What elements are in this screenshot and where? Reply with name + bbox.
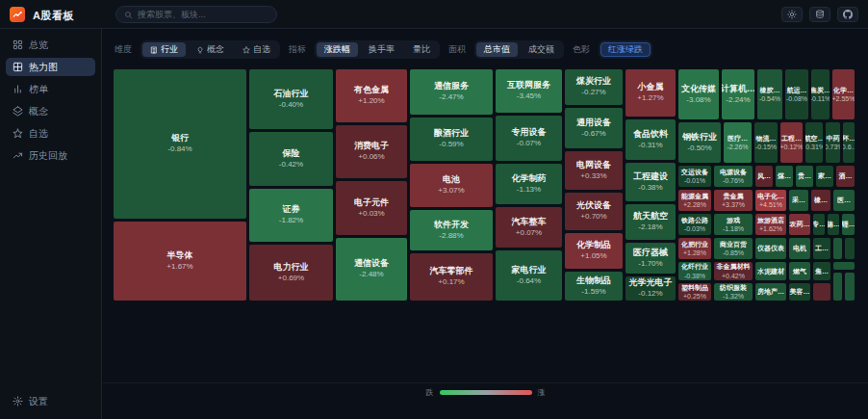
treemap-cell[interactable]: 化学制品+1.05% bbox=[565, 233, 623, 269]
treemap-cell[interactable]: 银行-0.84% bbox=[114, 69, 246, 219]
sidebar-item-concept[interactable]: 概念 bbox=[6, 102, 95, 120]
treemap-cell[interactable]: 工… bbox=[813, 238, 830, 259]
filter-option[interactable]: 红涨绿跌 bbox=[600, 42, 651, 57]
treemap-cell[interactable]: 采… bbox=[789, 190, 808, 211]
treemap-cell[interactable]: 塑料制品+0.25% bbox=[678, 283, 711, 301]
treemap-cell[interactable]: 电池+3.07% bbox=[410, 164, 493, 207]
treemap-cell[interactable] bbox=[833, 273, 842, 301]
treemap-cell[interactable]: 房地产… bbox=[755, 283, 786, 301]
treemap-cell[interactable]: 电子化…+4.51% bbox=[755, 190, 786, 211]
treemap-cell[interactable] bbox=[833, 238, 842, 259]
treemap-cell[interactable] bbox=[813, 283, 830, 301]
treemap-cell[interactable]: 酒… bbox=[836, 166, 855, 187]
treemap-cell[interactable]: 计算机…-2.24% bbox=[722, 69, 754, 119]
treemap-cell[interactable]: 工程…+0.12% bbox=[780, 122, 803, 163]
treemap-cell[interactable]: 专… bbox=[813, 214, 825, 235]
treemap-cell[interactable]: 软件开发-2.88% bbox=[410, 210, 493, 250]
treemap-cell[interactable]: 游戏-1.18% bbox=[714, 214, 753, 235]
treemap-cell[interactable]: 医疗器械-1.70% bbox=[625, 243, 676, 274]
treemap-cell[interactable]: 农药… bbox=[789, 214, 810, 235]
treemap-cell[interactable]: 贵… bbox=[796, 166, 813, 187]
treemap-cell[interactable]: 美容… bbox=[789, 283, 810, 301]
treemap-cell[interactable]: 消费电子+0.06% bbox=[336, 125, 407, 178]
search-box[interactable] bbox=[115, 6, 277, 23]
treemap-cell[interactable]: 航空…-0.31% bbox=[805, 122, 823, 163]
treemap-cell[interactable]: 纺织服装-1.32% bbox=[714, 283, 753, 301]
treemap-cell[interactable]: 通信服务-2.47% bbox=[410, 69, 493, 115]
treemap-cell[interactable]: 化学制药-1.13% bbox=[496, 164, 562, 204]
treemap-cell[interactable]: 电网设备+0.33% bbox=[565, 151, 623, 190]
treemap-cell[interactable]: 电力行业+0.69% bbox=[249, 245, 333, 301]
treemap-cell[interactable]: 医疗…-2.26% bbox=[724, 122, 752, 163]
treemap-cell[interactable]: 化肥行业+1.28% bbox=[678, 238, 711, 259]
sidebar-item-settings[interactable]: 设置 bbox=[6, 392, 95, 410]
treemap-cell[interactable]: 证券-1.82% bbox=[249, 189, 333, 242]
treemap-cell[interactable]: 电源设备-0.76% bbox=[714, 166, 753, 187]
treemap-cell[interactable]: 橡… bbox=[811, 190, 830, 211]
treemap-cell[interactable]: 医… bbox=[833, 190, 855, 211]
github-button[interactable] bbox=[837, 7, 858, 22]
treemap-cell[interactable]: 工程建设-0.38% bbox=[625, 163, 676, 201]
treemap-cell[interactable] bbox=[833, 262, 855, 270]
filter-option[interactable]: 自选 bbox=[235, 42, 278, 57]
treemap-cell[interactable]: 化纤行业-0.38% bbox=[678, 262, 711, 280]
treemap-cell[interactable] bbox=[845, 273, 855, 301]
treemap-cell[interactable]: 水泥建材 bbox=[755, 262, 786, 280]
treemap-cell[interactable]: 钢铁行业-0.50% bbox=[678, 122, 721, 163]
treemap-cell[interactable]: 焦… bbox=[813, 262, 830, 280]
treemap-cell[interactable] bbox=[845, 238, 855, 259]
sidebar-item-overview[interactable]: 总览 bbox=[6, 36, 95, 54]
treemap-cell[interactable]: 化学…+2.55% bbox=[832, 69, 855, 119]
treemap-cell[interactable]: 旅游酒店+1.62% bbox=[755, 214, 786, 235]
treemap-cell[interactable]: 风… bbox=[755, 166, 773, 187]
treemap-cell[interactable]: 通信设备-2.48% bbox=[336, 238, 407, 301]
filter-option[interactable]: 量比 bbox=[405, 42, 438, 57]
filter-option[interactable]: 成交额 bbox=[521, 42, 562, 57]
treemap-cell[interactable]: 德… bbox=[828, 214, 839, 235]
theme-button[interactable] bbox=[781, 7, 803, 22]
treemap-cell[interactable]: 家电行业-0.64% bbox=[496, 250, 562, 301]
treemap-cell[interactable]: 文化传媒-3.08% bbox=[678, 69, 719, 119]
treemap-cell[interactable]: 光伏设备+0.70% bbox=[565, 193, 623, 230]
treemap-cell[interactable]: 食品饮料-0.31% bbox=[625, 119, 676, 160]
treemap-cell[interactable]: 专用设备-0.07% bbox=[496, 116, 562, 161]
filter-option[interactable]: 行业 bbox=[142, 42, 186, 57]
treemap-cell[interactable]: 互联网服务-3.45% bbox=[496, 69, 562, 113]
sidebar-item-watchlist[interactable]: 自选 bbox=[6, 124, 95, 143]
treemap-cell[interactable]: 小金属+1.27% bbox=[625, 69, 676, 117]
treemap-cell[interactable]: 焦炭…-0.11% bbox=[811, 69, 830, 119]
sidebar-item-rank[interactable]: 榜单 bbox=[6, 80, 95, 98]
treemap-cell[interactable]: 家… bbox=[816, 166, 833, 187]
search-input[interactable] bbox=[138, 10, 268, 19]
sidebar-item-replay[interactable]: 历史回放 bbox=[6, 146, 95, 165]
data-source-button[interactable] bbox=[809, 7, 830, 22]
treemap-cell[interactable]: 交运设备-0.01% bbox=[678, 166, 711, 187]
treemap-cell[interactable]: 石油行业-0.40% bbox=[249, 69, 333, 129]
treemap-cell[interactable]: 能源金属+2.28% bbox=[678, 190, 711, 211]
treemap-cell[interactable]: 有色金属+1.20% bbox=[336, 69, 407, 122]
treemap-cell[interactable]: 仪器仪表 bbox=[755, 238, 786, 259]
treemap-cell[interactable]: 保险-0.42% bbox=[249, 132, 333, 186]
treemap-cell[interactable]: 煤炭行业-0.27% bbox=[565, 69, 623, 105]
treemap-cell[interactable]: 煤… bbox=[776, 166, 793, 187]
treemap-cell[interactable]: 电子元件+0.03% bbox=[336, 181, 407, 235]
treemap-cell[interactable]: 汽车零部件+0.17% bbox=[410, 253, 493, 301]
treemap-cell[interactable]: 中药-0.73% bbox=[826, 122, 840, 163]
sidebar-item-heatmap[interactable]: 热力图 bbox=[6, 58, 95, 76]
treemap-cell[interactable]: 酿酒行业-0.59% bbox=[410, 118, 493, 161]
filter-option[interactable]: 换手率 bbox=[361, 42, 402, 57]
filter-option[interactable]: 涨跌幅 bbox=[317, 42, 358, 57]
treemap-cell[interactable]: 环…-0.6… bbox=[843, 122, 855, 163]
filter-option[interactable]: 概念 bbox=[189, 42, 232, 57]
treemap-cell[interactable]: 锂… bbox=[842, 214, 855, 235]
treemap-cell[interactable]: 生物制品-1.59% bbox=[565, 272, 623, 301]
treemap-cell[interactable]: 半导体+1.67% bbox=[114, 222, 246, 301]
treemap-cell[interactable]: 非金属材料+0.42% bbox=[714, 262, 753, 280]
treemap-cell[interactable]: 汽车整车+0.07% bbox=[496, 207, 562, 248]
treemap-cell[interactable]: 贵金属+3.37% bbox=[714, 190, 753, 211]
treemap-cell[interactable]: 橡胶…-0.54% bbox=[757, 69, 782, 119]
treemap-cell[interactable]: 光学光电子-0.12% bbox=[625, 276, 676, 301]
treemap-cell[interactable]: 铁路公路-0.03% bbox=[678, 214, 711, 235]
treemap-cell[interactable]: 电机 bbox=[789, 238, 810, 259]
filter-option[interactable]: 总市值 bbox=[476, 42, 518, 57]
